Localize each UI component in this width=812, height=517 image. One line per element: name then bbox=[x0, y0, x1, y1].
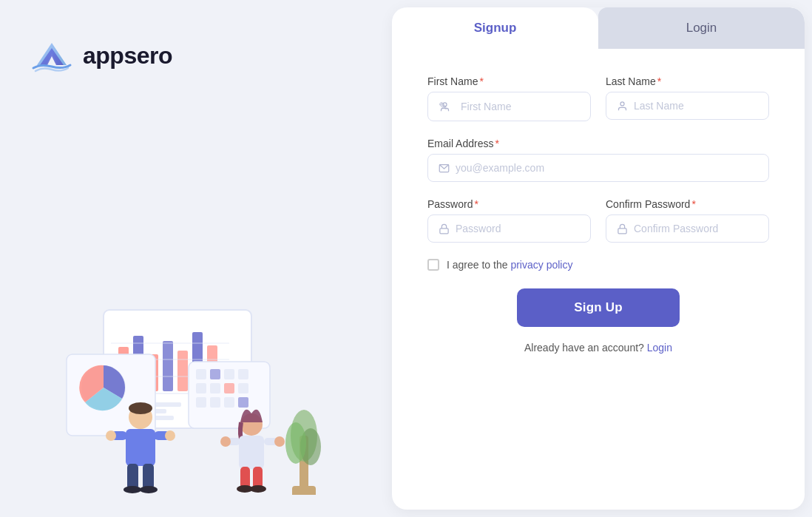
privacy-row: I agree to the privacy policy bbox=[427, 259, 769, 271]
confirm-password-label: Confirm Password* bbox=[606, 198, 769, 210]
tab-signup[interactable]: Signup bbox=[392, 7, 598, 49]
svg-point-56 bbox=[443, 102, 447, 106]
svg-rect-27 bbox=[210, 397, 220, 408]
illustration bbox=[44, 288, 325, 495]
tabs-container: Signup Login bbox=[392, 7, 805, 49]
password-input[interactable] bbox=[456, 223, 580, 234]
signup-button[interactable]: Sign Up bbox=[517, 288, 680, 327]
svg-rect-42 bbox=[239, 436, 264, 469]
right-panel: Signup Login First Name* ✎ bbox=[392, 7, 805, 510]
svg-rect-26 bbox=[196, 397, 206, 408]
svg-rect-59 bbox=[440, 228, 448, 233]
svg-point-50 bbox=[250, 485, 266, 493]
last-name-label: Last Name* bbox=[606, 75, 769, 87]
first-name-label: First Name* bbox=[427, 75, 591, 87]
svg-rect-5 bbox=[177, 351, 188, 391]
name-row: First Name* ✎ Last Name* bbox=[427, 75, 769, 121]
email-icon bbox=[439, 163, 450, 174]
first-name-input[interactable] bbox=[461, 101, 580, 112]
svg-rect-60 bbox=[618, 228, 626, 233]
svg-point-35 bbox=[106, 430, 116, 441]
svg-rect-24 bbox=[224, 383, 234, 393]
login-link[interactable]: Login bbox=[647, 342, 672, 354]
svg-point-36 bbox=[165, 430, 175, 441]
svg-point-39 bbox=[124, 486, 141, 493]
svg-rect-23 bbox=[210, 383, 220, 393]
svg-point-45 bbox=[220, 436, 231, 447]
svg-rect-38 bbox=[143, 464, 154, 490]
left-panel: appsero bbox=[0, 0, 392, 517]
signup-form: First Name* ✎ Last Name* bbox=[392, 49, 805, 510]
email-input-wrapper bbox=[427, 154, 769, 182]
svg-point-57 bbox=[620, 101, 624, 105]
confirm-password-group: Confirm Password* bbox=[606, 198, 769, 243]
svg-point-40 bbox=[140, 486, 158, 493]
svg-rect-28 bbox=[224, 397, 234, 408]
password-label: Password* bbox=[427, 198, 591, 210]
password-input-wrapper bbox=[427, 214, 591, 243]
svg-rect-37 bbox=[127, 464, 138, 490]
password-group: Password* bbox=[427, 198, 591, 243]
svg-rect-25 bbox=[238, 383, 248, 393]
confirm-password-input-wrapper bbox=[606, 214, 769, 243]
last-name-group: Last Name* bbox=[606, 75, 769, 121]
svg-rect-19 bbox=[210, 369, 220, 379]
password-row: Password* Confirm Password* bbox=[427, 198, 769, 243]
svg-rect-20 bbox=[224, 369, 234, 379]
svg-point-54 bbox=[285, 422, 306, 464]
email-row: Email Address* bbox=[427, 138, 769, 182]
privacy-checkbox[interactable] bbox=[427, 259, 439, 271]
email-label: Email Address* bbox=[427, 138, 769, 149]
privacy-policy-link[interactable]: privacy policy bbox=[510, 259, 572, 271]
app-name: appsero bbox=[83, 42, 172, 70]
svg-rect-22 bbox=[196, 383, 206, 393]
last-name-input[interactable] bbox=[634, 100, 758, 112]
confirm-password-input[interactable] bbox=[634, 223, 758, 234]
svg-rect-55 bbox=[292, 486, 316, 495]
svg-rect-32 bbox=[126, 429, 155, 466]
appsero-logo-icon bbox=[30, 37, 74, 74]
svg-rect-4 bbox=[163, 341, 173, 391]
lock-icon-2 bbox=[617, 223, 628, 234]
login-prompt: Already have an account? Login bbox=[427, 342, 769, 354]
logo-area: appsero bbox=[30, 37, 172, 74]
email-input[interactable] bbox=[456, 162, 758, 174]
svg-point-31 bbox=[129, 402, 152, 414]
user-icon bbox=[439, 101, 450, 112]
user-icon-2 bbox=[617, 101, 628, 112]
email-group: Email Address* bbox=[427, 138, 769, 182]
last-name-input-wrapper bbox=[606, 92, 769, 120]
svg-point-46 bbox=[274, 436, 285, 447]
svg-rect-18 bbox=[196, 369, 206, 379]
lock-icon bbox=[439, 223, 450, 234]
first-name-group: First Name* ✎ bbox=[427, 75, 591, 121]
svg-rect-29 bbox=[238, 397, 248, 408]
tab-login[interactable]: Login bbox=[598, 7, 805, 49]
svg-rect-21 bbox=[238, 369, 248, 379]
privacy-text: I agree to the privacy policy bbox=[447, 259, 572, 271]
first-name-input-wrapper: ✎ bbox=[427, 92, 591, 121]
